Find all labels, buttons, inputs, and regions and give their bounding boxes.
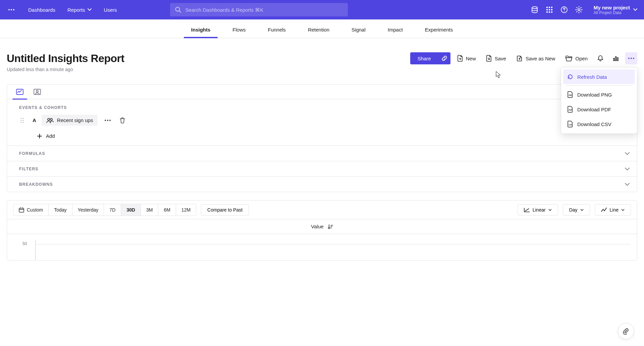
tab-impact-label: Impact: [388, 27, 403, 33]
app-menu-button[interactable]: [7, 5, 16, 14]
search-icon: [175, 6, 181, 13]
filters-section[interactable]: FILTERS: [7, 161, 637, 176]
line-chart-icon: [601, 208, 607, 212]
svg-point-0: [8, 9, 10, 10]
menu-refresh-data[interactable]: Refresh Data: [563, 69, 635, 84]
breakdowns-section[interactable]: BREAKDOWNS: [7, 176, 637, 192]
query-tab-chart[interactable]: [11, 84, 29, 99]
project-name: My new project: [594, 5, 630, 10]
menu-download-pdf[interactable]: PDF Download PDF: [563, 102, 635, 117]
attach-fab[interactable]: [618, 323, 634, 339]
more-actions-button[interactable]: [625, 52, 637, 64]
chart-icon: [16, 89, 23, 95]
project-selector[interactable]: My new project All Project Data: [594, 5, 630, 15]
project-chevron[interactable]: [633, 8, 637, 11]
event-options-button[interactable]: [103, 116, 112, 125]
sort-desc-icon: [328, 224, 333, 229]
page-title[interactable]: Untitled Insights Report: [7, 52, 124, 65]
grid-line: [35, 244, 630, 244]
tab-flows-label: Flows: [232, 27, 246, 33]
add-event-button[interactable]: Add: [7, 128, 637, 146]
share-button[interactable]: Share: [410, 52, 438, 64]
svg-point-1: [11, 9, 12, 10]
range-yesterday[interactable]: Yesterday: [72, 204, 104, 216]
range-30d[interactable]: 30D: [121, 204, 141, 216]
open-button[interactable]: Open: [562, 52, 591, 64]
chevron-down-icon: [625, 152, 630, 155]
settings-button[interactable]: [572, 2, 586, 17]
range-custom[interactable]: Custom: [13, 204, 49, 216]
copy-link-button[interactable]: [438, 52, 450, 64]
new-button[interactable]: New: [454, 52, 479, 64]
table-header[interactable]: Value: [7, 219, 637, 234]
tab-retention[interactable]: Retention: [301, 27, 337, 38]
event-selector[interactable]: Recent sign ups: [42, 115, 98, 126]
apps-button[interactable]: [542, 2, 557, 17]
chart-settings-button[interactable]: [610, 52, 622, 64]
svg-point-32: [21, 120, 22, 121]
range-7d-label: 7D: [109, 207, 115, 213]
svg-rect-19: [615, 57, 616, 61]
tab-flows[interactable]: Flows: [225, 27, 253, 38]
granularity-select[interactable]: Day: [563, 204, 590, 216]
menu-download-png[interactable]: PNG Download PNG: [563, 87, 635, 102]
tab-insights[interactable]: Insights: [184, 27, 218, 38]
filters-header: FILTERS: [19, 167, 39, 171]
svg-point-33: [23, 120, 24, 121]
event-delete-button[interactable]: [118, 116, 127, 125]
menu-csv-label: Download CSV: [577, 121, 611, 127]
range-6m[interactable]: 6M: [158, 204, 176, 216]
range-6m-label: 6M: [164, 207, 170, 213]
scale-label: Linear: [533, 207, 546, 213]
notifications-button[interactable]: [594, 52, 606, 64]
nav-users[interactable]: Users: [98, 0, 123, 19]
event-name: Recent sign ups: [57, 117, 93, 123]
chevron-down-icon: [633, 8, 637, 11]
formulas-header: FORMULAS: [19, 151, 45, 156]
range-3m[interactable]: 3M: [141, 204, 158, 216]
save-as-new-button[interactable]: Save as New: [513, 52, 558, 64]
formulas-section[interactable]: FORMULAS: [7, 146, 637, 161]
new-label: New: [466, 56, 476, 61]
new-file-icon: [457, 55, 463, 62]
search-bar[interactable]: [170, 3, 348, 16]
range-7d[interactable]: 7D: [104, 204, 121, 216]
chart-type-label: Line: [610, 207, 619, 213]
chart-type-select[interactable]: Line: [595, 204, 631, 216]
range-30d-label: 30D: [126, 207, 135, 213]
paperclip-icon: [623, 328, 629, 335]
drag-handle-icon[interactable]: [20, 118, 27, 123]
save-label: Save: [495, 56, 506, 61]
svg-rect-41: [19, 208, 24, 212]
nav-dashboards[interactable]: Dashboards: [22, 0, 61, 19]
svg-point-39: [107, 120, 108, 121]
refresh-icon: [567, 74, 573, 80]
range-3m-label: 3M: [146, 207, 153, 213]
query-tab-profile[interactable]: [29, 84, 46, 99]
events-section-header: EVENTS & COHORTS: [7, 99, 637, 113]
tab-signal[interactable]: Signal: [344, 27, 373, 38]
save-button[interactable]: Save: [483, 52, 509, 64]
linear-icon: [524, 208, 530, 212]
tab-impact[interactable]: Impact: [380, 27, 410, 38]
apps-grid-icon: [546, 6, 553, 13]
compare-button[interactable]: Compare to Past: [201, 204, 249, 216]
search-input[interactable]: [185, 7, 343, 13]
svg-point-36: [48, 118, 50, 120]
range-custom-label: Custom: [27, 207, 43, 213]
svg-point-5: [532, 7, 537, 9]
menu-pdf-label: Download PDF: [577, 107, 611, 112]
svg-rect-11: [551, 9, 552, 10]
scale-select[interactable]: Linear: [518, 204, 558, 216]
lexicon-button[interactable]: [527, 2, 542, 17]
svg-rect-13: [549, 11, 550, 13]
nav-reports[interactable]: Reports: [61, 0, 98, 19]
range-12m[interactable]: 12M: [176, 204, 196, 216]
tab-experiments[interactable]: Experiments: [418, 27, 460, 38]
tab-funnels[interactable]: Funnels: [261, 27, 293, 38]
menu-download-csv[interactable]: CSV Download CSV: [563, 117, 635, 131]
help-button[interactable]: [557, 2, 572, 17]
breakdowns-header: BREAKDOWNS: [19, 182, 53, 187]
value-column-label: Value: [311, 224, 323, 229]
range-today[interactable]: Today: [49, 204, 72, 216]
